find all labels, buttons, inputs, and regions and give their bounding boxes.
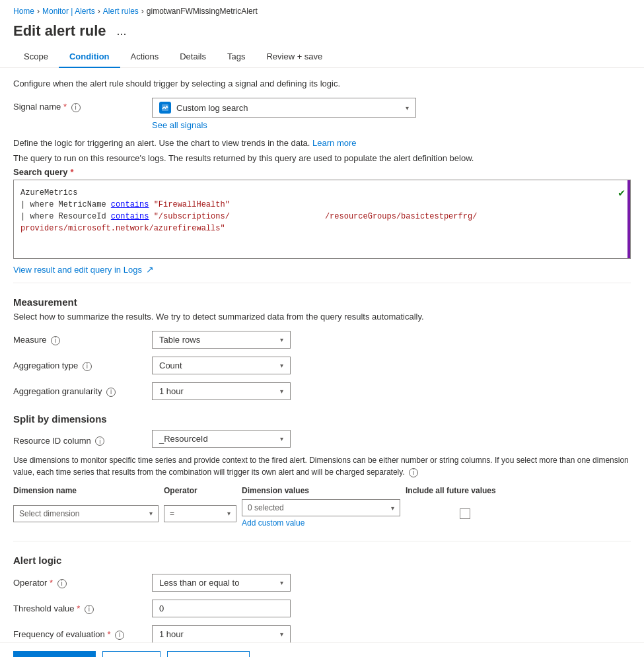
frequency-info-icon[interactable]: i <box>115 631 124 640</box>
footer: Review + save Previous Next: Actions > <box>0 642 644 657</box>
dimension-operator-dropdown-arrow: ▾ <box>227 510 231 517</box>
page-title-row: Edit alert rule ... <box>0 20 644 46</box>
aggregation-granularity-dropdown[interactable]: 1 hour ▾ <box>152 382 291 400</box>
tab-details[interactable]: Details <box>169 46 217 68</box>
breadcrumb: Home › Monitor | Alerts › Alert rules › … <box>0 0 644 20</box>
query-section-desc: The query to run on this resource's logs… <box>13 153 631 163</box>
aggregation-granularity-dropdown-arrow: ▾ <box>280 388 283 395</box>
frequency-dropdown[interactable]: 1 hour ▾ <box>152 625 291 642</box>
operator-info-icon[interactable]: i <box>57 579 67 588</box>
signal-name-row: Signal name * i Custom log search ▾ See … <box>13 98 631 130</box>
measure-row: Measure i Table rows ▾ <box>13 331 631 349</box>
next-button[interactable]: Next: Actions > <box>167 651 250 657</box>
query-line1: AzureMetrics <box>20 188 77 197</box>
frequency-row: Frequency of evaluation * i 1 hour ▾ <box>13 625 631 642</box>
aggregation-granularity-label: Aggregation granularity i <box>13 382 145 397</box>
tab-condition[interactable]: Condition <box>59 46 120 68</box>
page-title: Edit alert rule <box>13 22 106 40</box>
resource-id-info-icon[interactable]: i <box>95 436 104 446</box>
ellipsis-button[interactable]: ... <box>113 23 131 40</box>
aggregation-granularity-row: Aggregation granularity i 1 hour ▾ <box>13 382 631 400</box>
measure-dropdown[interactable]: Table rows ▾ <box>152 331 291 349</box>
aggregation-type-dropdown[interactable]: Count ▾ <box>152 357 291 374</box>
signal-name-label: Signal name * i <box>13 98 145 112</box>
threshold-info-icon[interactable]: i <box>85 605 94 614</box>
view-result-link[interactable]: View result and edit query in Logs ↗ <box>13 264 631 275</box>
aggregation-type-dropdown-arrow: ▾ <box>280 362 283 369</box>
operator-dropdown[interactable]: Less than or equal to ▾ <box>152 574 291 592</box>
dimensions-info: Use dimensions to monitor specific time … <box>13 454 631 478</box>
resource-id-dropdown[interactable]: _ResourceId ▾ <box>152 430 291 448</box>
breadcrumb-home[interactable]: Home <box>13 7 34 16</box>
split-title: Split by dimensions <box>13 413 631 425</box>
dim-values-header: Dimension values <box>242 486 400 495</box>
threshold-input[interactable] <box>152 600 291 617</box>
dim-future-header: Include all future values <box>406 486 524 495</box>
include-future-values-checkbox[interactable] <box>460 508 470 519</box>
breadcrumb-current: gimotwanFWMissingMetricAlert <box>147 7 258 16</box>
review-save-button[interactable]: Review + save <box>13 651 96 657</box>
measurement-title: Measurement <box>13 296 631 308</box>
resource-id-label: Resource ID column i <box>13 432 145 446</box>
dimension-operator-dropdown[interactable]: = ▾ <box>164 505 236 522</box>
dimension-values-dropdown-arrow: ▾ <box>391 504 394 512</box>
dimensions-info-icon[interactable]: i <box>409 468 418 477</box>
breadcrumb-monitor[interactable]: Monitor | Alerts <box>42 7 95 16</box>
query-valid-icon: ✔ <box>618 186 625 201</box>
frequency-dropdown-arrow: ▾ <box>280 631 283 638</box>
resource-id-column-row: Resource ID column i _ResourceId ▾ <box>13 430 631 448</box>
signal-type-icon <box>159 102 171 114</box>
aggregation-type-label: Aggregation type i <box>13 357 145 371</box>
tab-review-save[interactable]: Review + save <box>256 46 333 68</box>
tab-scope[interactable]: Scope <box>13 46 59 68</box>
frequency-label: Frequency of evaluation * i <box>13 625 145 640</box>
measure-info-icon[interactable]: i <box>51 336 60 345</box>
aggregation-type-info-icon[interactable]: i <box>83 362 92 371</box>
threshold-row: Threshold value * i <box>13 600 631 617</box>
tab-actions[interactable]: Actions <box>120 46 170 68</box>
query-description: Define the logic for triggering an alert… <box>13 138 631 148</box>
threshold-label: Threshold value * i <box>13 600 145 614</box>
measure-label: Measure i <box>13 331 145 345</box>
search-query-label: Search query * <box>13 167 631 177</box>
alert-logic-section: Alert logic Operator * i Less than or eq… <box>13 541 631 642</box>
dimension-values-dropdown[interactable]: 0 selected ▾ <box>242 499 400 516</box>
aggregation-granularity-info-icon[interactable]: i <box>106 388 116 397</box>
query-editor[interactable]: AzureMetrics | where MetricName contains… <box>13 180 631 259</box>
dimension-name-dropdown[interactable]: Select dimension ▾ <box>13 505 159 522</box>
split-by-dimensions-section: Split by dimensions Resource ID column i… <box>13 413 631 528</box>
operator-row: Operator * i Less than or equal to ▾ <box>13 574 631 592</box>
measure-dropdown-arrow: ▾ <box>280 336 283 343</box>
add-custom-value-link[interactable]: Add custom value <box>242 518 400 528</box>
query-accent-bar <box>627 180 630 258</box>
include-future-values-container <box>406 508 524 519</box>
dimension-row: Select dimension ▾ = ▾ 0 selected ▾ Add … <box>13 499 631 528</box>
previous-button[interactable]: Previous <box>102 651 161 657</box>
dimension-name-dropdown-arrow: ▾ <box>149 510 153 517</box>
dimension-table-headers: Dimension name Operator Dimension values… <box>13 486 631 495</box>
dim-operator-header: Operator <box>164 486 236 495</box>
main-content: Configure when the alert rule should tri… <box>0 68 644 642</box>
see-all-signals-link[interactable]: See all signals <box>152 120 416 130</box>
tab-bar: Scope Condition Actions Details Tags Rev… <box>0 46 644 68</box>
aggregation-type-row: Aggregation type i Count ▾ <box>13 357 631 374</box>
resource-id-dropdown-arrow: ▾ <box>280 435 283 442</box>
signal-name-dropdown[interactable]: Custom log search ▾ <box>152 98 416 118</box>
alert-logic-title: Alert logic <box>13 555 631 566</box>
signal-dropdown-arrow: ▾ <box>406 104 409 112</box>
learn-more-link[interactable]: Learn more <box>312 138 356 148</box>
tab-tags[interactable]: Tags <box>217 46 256 68</box>
measurement-description: Select how to summarize the results. We … <box>13 312 631 322</box>
operator-dropdown-arrow: ▾ <box>280 579 283 586</box>
breadcrumb-alert-rules[interactable]: Alert rules <box>103 7 139 16</box>
dim-name-header: Dimension name <box>13 486 159 495</box>
signal-name-info-icon[interactable]: i <box>71 103 81 112</box>
condition-description: Configure when the alert rule should tri… <box>13 79 631 88</box>
external-link-icon: ↗ <box>146 264 154 275</box>
operator-label: Operator * i <box>13 574 145 588</box>
